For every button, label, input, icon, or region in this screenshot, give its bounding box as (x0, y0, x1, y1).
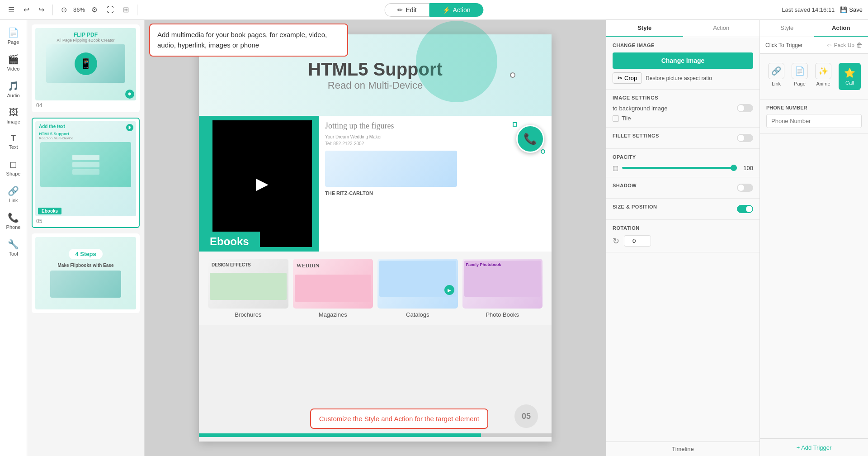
video-panel: ▶ (212, 120, 312, 247)
sidebar-item-page[interactable]: 📄 Page (2, 24, 25, 48)
thumb-04-circle: 📱 (75, 52, 97, 75)
page-05-title: Add the text (35, 121, 136, 132)
topbar-right: Last saved 14:16:11 💾 Save (782, 6, 863, 13)
shape-icon: ◻ (9, 159, 17, 170)
sidebar-label-audio: Audio (7, 93, 19, 98)
circle-button[interactable]: ⊙ (58, 4, 70, 16)
save-icon: 💾 (840, 6, 847, 13)
separator-1 (52, 5, 53, 15)
page-05-badge-icon: ✱ (128, 125, 132, 130)
page-05-strip3 (72, 169, 99, 175)
fillet-settings-section: FILLET SETTINGS (606, 128, 760, 149)
background-toggle[interactable] (737, 104, 753, 112)
change-image-button[interactable]: Change Image (613, 52, 753, 69)
play-icon: ▶ (256, 174, 269, 193)
page-thumb-04[interactable]: FLIP PDF All Page Flipping eBook Creator… (32, 24, 140, 112)
change-image-title: CHANGE IMAGE (613, 43, 753, 48)
text-icon: T (11, 133, 16, 143)
action-style-tab[interactable]: Style (760, 20, 814, 37)
trigger-call[interactable]: ⭐ Call (835, 60, 864, 93)
page-05-strip1 (72, 155, 99, 160)
sidebar-item-audio[interactable]: 🎵 Audio (2, 77, 25, 102)
tile-row: Tile (613, 115, 753, 122)
photobooks-text: Family Photobook (464, 261, 541, 269)
progress-fill (199, 433, 481, 437)
rotation-input[interactable] (624, 235, 651, 247)
opacity-slider-thumb[interactable] (731, 165, 737, 171)
rotation-section: ROTATION ↻ (606, 220, 760, 252)
action-tab-style-panel[interactable]: Action (683, 20, 760, 37)
thumb-04-img: 📱 (46, 44, 126, 83)
pack-up-button[interactable]: Pack Up 🗑 (834, 42, 863, 49)
edit-tab[interactable]: ✏ Edit (384, 3, 429, 17)
crop-row: ✂ Crop Restore picture aspect ratio (613, 72, 753, 84)
page-05-badge: ✱ (126, 124, 133, 131)
opacity-slider-track[interactable] (622, 167, 737, 169)
save-button[interactable]: 💾 Save (840, 6, 863, 13)
shadow-section: SHADOW (606, 177, 760, 199)
thumb-04-title: FLIP PDF (74, 32, 98, 38)
grid-button[interactable]: ⊞ (120, 4, 132, 16)
selected-phone-element[interactable]: 📞 (516, 125, 544, 153)
book-text: Your Dream Wedding MakerTel: 852-2123-20… (325, 133, 545, 147)
sidebar-item-image[interactable]: 🖼 Image (2, 104, 25, 128)
html5-subtitle: Read on Multi-Device (328, 80, 423, 91)
fullscreen-button[interactable]: ⛶ (104, 4, 117, 16)
trash-icon: 🗑 (856, 42, 863, 49)
size-position-toggle[interactable] (737, 205, 753, 213)
timeline-button[interactable]: Timeline (606, 442, 760, 456)
thumb-04-badge: ✱ (125, 90, 134, 99)
phone-number-input[interactable] (766, 114, 862, 128)
thumb-label-catalogs: Catalogs (406, 311, 429, 318)
undo-button[interactable]: ↩ (21, 4, 32, 16)
page-05-number: 05 (35, 218, 136, 224)
image-settings-title: IMAGE SETTINGS (613, 95, 753, 100)
page-thumb-06[interactable]: 4 Steps Make Flipbooks with Ease (32, 233, 140, 313)
left-sidebar: 📄 Page 🎬 Video 🎵 Audio 🖼 Image T Text ◻ … (0, 20, 27, 456)
add-trigger-button[interactable]: + Add Trigger (764, 444, 863, 451)
sidebar-item-text[interactable]: T Text (2, 130, 25, 153)
crop-button[interactable]: ✂ Crop (613, 72, 642, 84)
redo-button[interactable]: ↪ (36, 4, 47, 16)
fillet-toggle-row: FILLET SETTINGS (613, 133, 753, 143)
sidebar-item-shape[interactable]: ◻ Shape (2, 155, 25, 180)
trigger-link[interactable]: 🔗 Link (764, 60, 788, 93)
sidebar-item-tool[interactable]: 🔧 Tool (2, 235, 25, 260)
arrow-icon: ⇦ (827, 42, 831, 48)
timeline-area: Timeline (606, 442, 760, 456)
page-04-preview: FLIP PDF All Page Flipping eBook Creator… (35, 28, 136, 100)
settings-button[interactable]: ⚙ (89, 4, 100, 16)
thumb-img-photobooks: Family Photobook (462, 259, 543, 309)
action-tab[interactable]: ⚡ Action (429, 3, 484, 17)
trigger-anime[interactable]: ✨ Anime (811, 60, 835, 93)
trigger-page[interactable]: 📄 Page (788, 60, 811, 93)
tile-checkbox[interactable] (613, 115, 619, 122)
size-position-section: SIZE & POSITION (606, 199, 760, 220)
sidebar-label-phone: Phone (6, 224, 21, 230)
style-tab[interactable]: Style (606, 20, 683, 37)
restore-aspect-button[interactable]: Restore picture aspect ratio (646, 75, 712, 81)
add-trigger-area: + Add Trigger (760, 438, 868, 456)
sidebar-label-tool: Tool (9, 251, 18, 256)
sidebar-label-text: Text (9, 144, 18, 150)
sidebar-label-image: Image (6, 119, 20, 124)
edit-icon: ✏ (397, 6, 403, 14)
page-05-content (72, 155, 99, 175)
book-spread: ▶ Jotting up the figures Your Dream Wedd… (199, 116, 552, 252)
sidebar-item-phone[interactable]: 📞 Phone (2, 209, 25, 233)
shadow-toggle[interactable] (737, 184, 753, 192)
fillet-toggle[interactable] (737, 134, 753, 142)
page-thumb-05[interactable]: Add the text HTML5 Support Read on Multi… (32, 118, 140, 228)
sidebar-item-video[interactable]: 🎬 Video (2, 50, 25, 75)
call-button-green[interactable]: ⭐ Call (839, 63, 861, 90)
action-panel-spacer (760, 134, 868, 438)
action-icon: ⚡ (443, 6, 450, 14)
sidebar-item-link[interactable]: 🔗 Link (2, 182, 25, 207)
page-05-sub: Read on Multi-Device (35, 136, 136, 140)
menu-button[interactable]: ☰ (5, 4, 17, 16)
opacity-value: 100 (741, 165, 753, 171)
zoom-level: 86% (73, 6, 85, 13)
trigger-anime-icon: ✨ (818, 66, 828, 76)
action-action-tab[interactable]: Action (814, 20, 868, 37)
progress-bar[interactable] (199, 433, 552, 437)
